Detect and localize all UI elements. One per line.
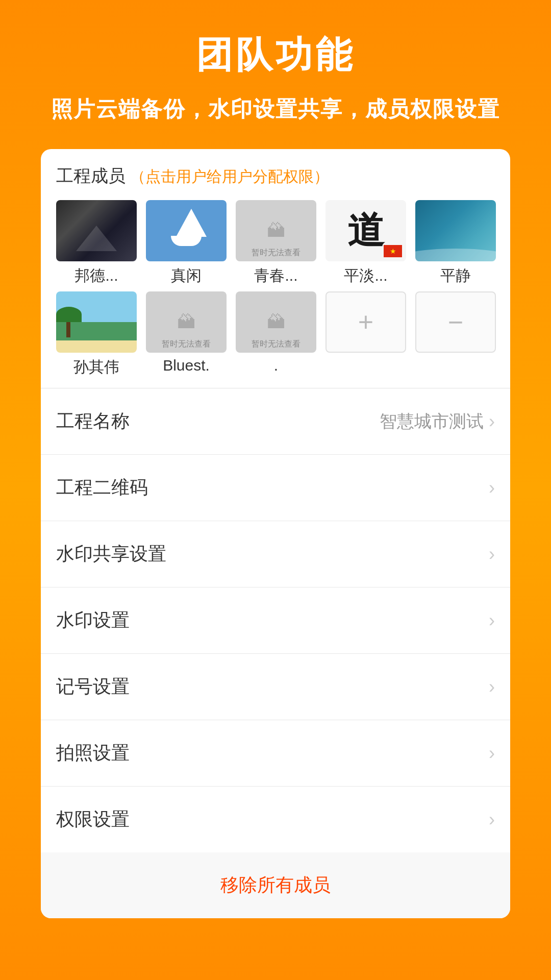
member-name: .: [274, 357, 278, 374]
menu-item-label: 权限设置: [56, 807, 130, 832]
chevron-right-icon: ›: [489, 809, 495, 830]
remove-member-item[interactable]: −: [415, 291, 496, 378]
member-name: 青春...: [254, 265, 297, 286]
member-name: 真闲: [171, 265, 202, 286]
page-title: 团队功能: [196, 31, 355, 80]
chevron-right-icon: ›: [489, 610, 495, 631]
member-avatar: 🏔 暂时无法查看: [146, 291, 227, 353]
member-name: Bluest.: [163, 357, 210, 374]
remove-all-button[interactable]: 移除所有成员: [220, 873, 331, 898]
placeholder-label: 暂时无法查看: [146, 339, 227, 350]
menu-item-watermark-settings[interactable]: 水印设置 ›: [41, 587, 510, 654]
member-avatar: [56, 200, 137, 261]
dao-character: 道: [347, 206, 384, 255]
chevron-right-icon: ›: [489, 411, 495, 432]
member-avatar: 道: [325, 200, 406, 261]
member-name: 邦德...: [74, 265, 118, 286]
member-item[interactable]: 孙其伟: [56, 291, 137, 378]
member-item[interactable]: 真闲: [146, 200, 227, 286]
main-card: 工程成员 （点击用户给用户分配权限） 邦德... 真闲: [41, 149, 510, 918]
image-placeholder-icon: 🏔: [177, 311, 195, 333]
member-item[interactable]: 平静: [415, 200, 496, 286]
member-name: 平淡...: [344, 265, 387, 286]
menu-item-label: 记号设置: [56, 674, 130, 699]
menu-item-right: ›: [489, 477, 495, 499]
menu-item-photo-settings[interactable]: 拍照设置 ›: [41, 720, 510, 787]
members-row-2: 孙其伟 🏔 暂时无法查看 Bluest. 🏔 暂时无法查看 .: [56, 291, 495, 378]
chevron-right-icon: ›: [489, 676, 495, 698]
menu-item-label: 水印共享设置: [56, 542, 166, 567]
member-item[interactable]: 🏔 暂时无法查看 青春...: [236, 200, 316, 286]
menu-list: 工程名称 智慧城市测试 › 工程二维码 › 水印共享设置 › 水印设置 ›: [41, 388, 510, 852]
menu-item-right: ›: [489, 676, 495, 698]
menu-item-label: 水印设置: [56, 608, 130, 633]
members-section: 工程成员 （点击用户给用户分配权限） 邦德... 真闲: [41, 149, 510, 388]
add-member-button[interactable]: +: [325, 291, 406, 353]
menu-item-label: 工程二维码: [56, 475, 148, 500]
member-avatar: [146, 200, 227, 261]
member-item[interactable]: 🏔 暂时无法查看 Bluest.: [146, 291, 227, 378]
chevron-right-icon: ›: [489, 743, 495, 764]
menu-item-right: ›: [489, 743, 495, 764]
member-item[interactable]: 🏔 暂时无法查看 .: [236, 291, 316, 378]
remove-all-section: 移除所有成员: [41, 852, 510, 918]
page-subtitle: 照片云端备份，水印设置共享，成员权限设置: [31, 95, 520, 124]
member-name: 孙其伟: [73, 357, 119, 378]
menu-item-project-qr[interactable]: 工程二维码 ›: [41, 455, 510, 521]
menu-item-permission-settings[interactable]: 权限设置 ›: [41, 787, 510, 852]
flag-icon: [384, 245, 402, 257]
chevron-right-icon: ›: [489, 477, 495, 499]
menu-item-mark-settings[interactable]: 记号设置 ›: [41, 654, 510, 720]
menu-item-watermark-share[interactable]: 水印共享设置 ›: [41, 521, 510, 587]
members-header: 工程成员 （点击用户给用户分配权限）: [56, 164, 495, 188]
sailboat-graphic: [166, 210, 207, 251]
member-name: 平静: [440, 265, 471, 286]
member-item[interactable]: 邦德...: [56, 200, 137, 286]
member-avatar: [415, 200, 496, 261]
placeholder-label: 暂时无法查看: [236, 248, 316, 258]
image-placeholder-icon: 🏔: [267, 311, 285, 333]
menu-item-value: 智慧城市测试: [380, 410, 484, 433]
member-avatar: 🏔 暂时无法查看: [236, 291, 316, 353]
sail-icon: [176, 209, 207, 237]
member-avatar: 🏔 暂时无法查看: [236, 200, 316, 261]
chevron-right-icon: ›: [489, 544, 495, 565]
placeholder-label: 暂时无法查看: [236, 339, 316, 350]
menu-item-right: 智慧城市测试 ›: [380, 410, 495, 433]
boat-body-icon: [171, 236, 202, 246]
remove-member-button[interactable]: −: [415, 291, 496, 353]
menu-item-right: ›: [489, 610, 495, 631]
image-placeholder-icon: 🏔: [267, 220, 285, 241]
menu-item-right: ›: [489, 809, 495, 830]
tree-graphic: [66, 312, 70, 337]
menu-item-label: 拍照设置: [56, 741, 130, 766]
member-item[interactable]: 道 平淡...: [325, 200, 406, 286]
wave-graphic: [415, 236, 496, 261]
menu-item-label: 工程名称: [56, 409, 130, 434]
menu-item-project-name[interactable]: 工程名称 智慧城市测试 ›: [41, 388, 510, 455]
add-member-item[interactable]: +: [325, 291, 406, 378]
menu-item-right: ›: [489, 544, 495, 565]
member-avatar: [56, 291, 137, 353]
members-row-1: 邦德... 真闲 🏔 暂时无法查看 青春...: [56, 200, 495, 286]
